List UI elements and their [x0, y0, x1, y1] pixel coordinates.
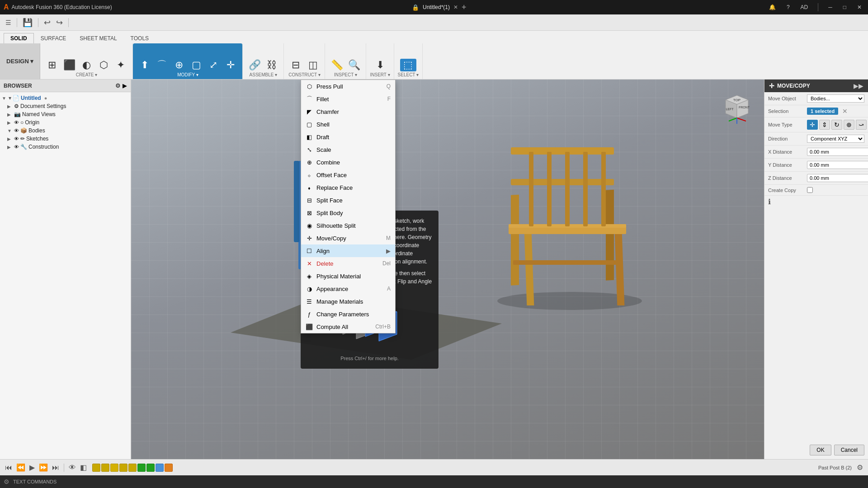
timeline-item-1[interactable] — [92, 464, 100, 472]
press-pull-ribbon-button[interactable]: ⬆ — [137, 59, 153, 71]
timeline-item-4[interactable] — [119, 464, 127, 472]
menu-item-appearance[interactable]: ◑ Appearance A — [301, 282, 395, 295]
browser-settings-button[interactable]: ⚙ — [115, 82, 121, 89]
tab-tools[interactable]: TOOLS — [124, 33, 156, 43]
notifications-icon[interactable]: 🔔 — [766, 3, 778, 11]
menu-item-compute-all[interactable]: ⬛ Compute All Ctrl+B — [301, 320, 395, 333]
save-button[interactable]: 💾 — [21, 17, 34, 28]
display-mode-button[interactable]: ◧ — [79, 462, 88, 473]
menu-item-draft[interactable]: ◧ Draft — [301, 131, 395, 143]
timeline-item-3[interactable] — [110, 464, 118, 472]
tree-item-construction[interactable]: ▶ 👁 🔧 Construction — [0, 143, 131, 151]
timeline-item-6[interactable] — [137, 464, 146, 472]
menu-item-change-parameters[interactable]: ƒ Change Parameters — [301, 308, 395, 320]
menu-item-offset-face[interactable]: ⬦ Offset Face — [301, 169, 395, 181]
fillet-ribbon-button[interactable]: ⌒ — [154, 59, 170, 71]
insert-button[interactable]: ⬇ — [372, 59, 388, 71]
move-copy-ribbon-button[interactable]: ✛ — [222, 59, 239, 71]
along-axis-button[interactable]: ⇕ — [819, 120, 830, 130]
menu-item-replace-face[interactable]: ⬧ Replace Face — [301, 181, 395, 194]
timeline-next-button[interactable]: ⏩ — [38, 462, 49, 473]
menu-item-physical-material[interactable]: ◈ Physical Material — [301, 270, 395, 282]
scale-ribbon-button[interactable]: ⤢ — [205, 59, 222, 71]
along-path-button[interactable]: ⤻ — [856, 120, 867, 130]
free-move-button[interactable]: ✛ — [807, 120, 818, 130]
move-object-select[interactable]: Bodies... — [807, 94, 864, 103]
panel-collapse-button[interactable]: ▶▶ — [854, 82, 863, 89]
app-menu-button[interactable]: ☰ — [4, 18, 13, 27]
menu-item-press-pull[interactable]: ⬡ Press Pull Q — [301, 80, 395, 93]
timeline-item-5[interactable] — [128, 464, 137, 472]
menu-item-combine[interactable]: ⊕ Combine — [301, 156, 395, 169]
menu-item-split-face[interactable]: ⊟ Split Face — [301, 194, 395, 206]
tab-solid[interactable]: SOLID — [4, 33, 34, 44]
close-tab-button[interactable]: ✕ — [453, 4, 458, 10]
menu-label-scale: Scale — [316, 146, 331, 153]
tree-item-named-views[interactable]: ▶ 📷 Named Views — [0, 110, 131, 118]
timeline-play-button[interactable]: ▶ — [28, 462, 36, 473]
timeline-settings-button[interactable]: ⚙ — [855, 462, 864, 473]
menu-item-fillet[interactable]: ⌒ Fillet F — [301, 93, 395, 105]
tree-item-bodies[interactable]: ▼ 👁 📦 Bodies — [0, 127, 131, 135]
timeline-item-2[interactable] — [101, 464, 109, 472]
menu-item-scale[interactable]: ⤡ Scale — [301, 143, 395, 156]
minimize-button[interactable]: ─ — [826, 3, 835, 11]
y-distance-input[interactable] — [807, 161, 868, 169]
timeline-end-button[interactable]: ⏭ — [51, 463, 61, 473]
clear-selection-button[interactable]: ✕ — [841, 108, 849, 115]
extrude-button[interactable]: ⬛ — [61, 59, 77, 71]
maximize-button[interactable]: □ — [840, 3, 849, 11]
x-distance-input[interactable] — [807, 148, 868, 156]
undo-button[interactable]: ↩ — [42, 17, 52, 28]
point-to-point-button[interactable]: ⊕ — [844, 120, 854, 130]
menu-item-shell[interactable]: ▢ Shell — [301, 118, 395, 131]
create-copy-checkbox[interactable] — [807, 187, 813, 193]
menu-item-delete[interactable]: ✕ Delete Del — [301, 257, 395, 270]
timeline-item-8[interactable] — [156, 464, 164, 472]
tree-item-root[interactable]: ▼ ▾ 📄 Untitled ● — [0, 94, 131, 102]
browser-toggle-button[interactable]: ▶ — [123, 82, 127, 89]
ok-button[interactable]: OK — [810, 445, 831, 455]
menu-item-align[interactable]: ☐ Align ▶ — [301, 244, 395, 257]
help-icon[interactable]: ? — [784, 3, 793, 11]
measure-button[interactable]: 📏 — [329, 59, 345, 71]
menu-item-chamfer[interactable]: ◤ Chamfer — [301, 105, 395, 118]
viewcube[interactable]: TOP LEFT FRONT — [719, 89, 755, 125]
design-dropdown-button[interactable]: DESIGN ▾ — [0, 43, 40, 79]
select-button[interactable]: ⬚ — [400, 59, 416, 71]
timeline-start-button[interactable]: ⏮ — [4, 463, 14, 473]
menu-item-split-body[interactable]: ⊠ Split Body — [301, 206, 395, 219]
tree-item-doc-settings[interactable]: ▶ ⚙ Document Settings — [0, 102, 131, 110]
midplane-button[interactable]: ⊟ — [288, 59, 304, 71]
tree-item-origin[interactable]: ▶ 👁 ○ Origin — [0, 118, 131, 127]
timeline-prev-button[interactable]: ⏪ — [15, 462, 27, 473]
loft-button[interactable]: ⬡ — [95, 59, 112, 71]
combine-ribbon-button[interactable]: ⊕ — [171, 59, 187, 71]
inspect-button[interactable]: 🔍 — [346, 59, 362, 71]
user-icon[interactable]: AD — [798, 3, 811, 11]
show-all-button[interactable]: 👁 — [67, 463, 77, 473]
menu-item-manage-materials[interactable]: ☰ Manage Materials — [301, 295, 395, 308]
redo-button[interactable]: ↪ — [54, 17, 65, 28]
direction-select[interactable]: Component XYZ — [807, 135, 864, 143]
shell-ribbon-button[interactable]: ▢ — [188, 59, 204, 71]
revolve-button[interactable]: ◐ — [78, 59, 94, 71]
menu-item-move-copy[interactable]: ✛ Move/Copy M — [301, 232, 395, 244]
offset-plane-button[interactable]: ◫ — [305, 59, 321, 71]
cancel-button[interactable]: Cancel — [834, 445, 864, 455]
menu-item-silhouette-split[interactable]: ◉ Silhouette Split — [301, 219, 395, 232]
tree-item-sketches[interactable]: ▶ 👁 ✏ Sketches — [0, 135, 131, 143]
joint-button[interactable]: 🔗 — [246, 59, 263, 71]
tab-surface[interactable]: SURFACE — [34, 33, 73, 43]
as-built-joint-button[interactable]: ⛓ — [264, 59, 280, 71]
timeline-item-7[interactable] — [146, 464, 155, 472]
z-distance-input[interactable] — [807, 174, 868, 182]
tab-sheet-metal[interactable]: SHEET METAL — [73, 33, 123, 43]
sphere-button[interactable]: ✦ — [113, 59, 129, 71]
viewport[interactable]: TOP LEFT FRONT ⬡ Press Pull Q ⌒ Fillet F — [131, 80, 764, 459]
timeline-item-9[interactable] — [165, 464, 173, 472]
close-button[interactable]: ✕ — [854, 3, 864, 11]
new-tab-button[interactable]: + — [462, 3, 467, 12]
rotate-button[interactable]: ↻ — [831, 120, 842, 130]
new-component-button[interactable]: ⊞ — [44, 59, 60, 71]
